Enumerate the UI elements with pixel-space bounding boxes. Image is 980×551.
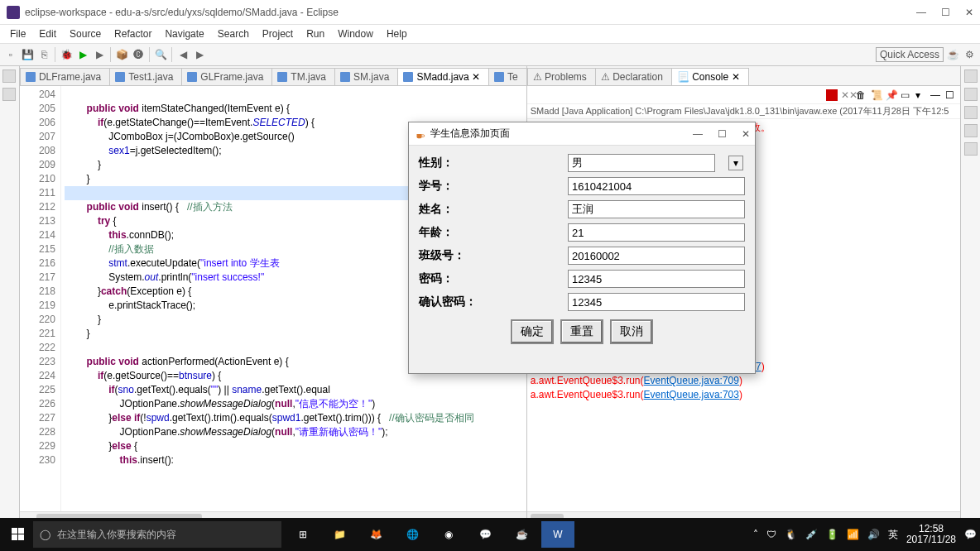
eclipse-icon (7, 6, 20, 19)
menu-run[interactable]: Run (301, 26, 329, 41)
menu-file[interactable]: File (5, 26, 31, 41)
left-trim (0, 66, 20, 525)
gender-select[interactable] (568, 154, 715, 172)
menu-project[interactable]: Project (257, 26, 298, 41)
dialog-title: 学生信息添加页面 (430, 127, 510, 141)
open-type-icon[interactable]: 🔍 (153, 47, 168, 62)
qq-icon[interactable]: 🐧 (785, 529, 797, 540)
debug-icon[interactable]: 🐞 (59, 47, 74, 62)
java-app-icon[interactable]: ☕ (505, 521, 538, 548)
pwd-input[interactable] (568, 270, 745, 288)
java-cup-icon (414, 128, 425, 140)
back-icon[interactable]: ◀ (175, 47, 190, 62)
menu-edit[interactable]: Edit (34, 26, 61, 41)
maximize-button[interactable]: ☐ (941, 7, 950, 18)
pin-icon[interactable]: 📌 (886, 89, 897, 101)
task-view-icon[interactable]: ⊞ (286, 521, 319, 548)
main-toolbar: ▫ 💾 ⎘ 🐞 ▶ ▶ 📦 🅒 🔍 ◀ ▶ Quick Access ☕ ⚙ (0, 43, 980, 66)
menu-navigate[interactable]: Navigate (160, 26, 209, 41)
dialog-titlebar[interactable]: 学生信息添加页面 — ☐ ✕ (409, 122, 755, 146)
volume-icon[interactable]: 🔊 (867, 529, 880, 540)
quick-access[interactable]: Quick Access (876, 47, 944, 62)
name-input[interactable] (568, 200, 745, 218)
editor-tab[interactable]: DLFrame.java (20, 68, 110, 85)
pwd2-input[interactable] (568, 293, 745, 311)
menu-refactor[interactable]: Refactor (109, 26, 156, 41)
browser-icon[interactable]: 🦊 (359, 521, 392, 548)
shield-icon[interactable]: 🛡 (766, 529, 776, 540)
console-tab[interactable]: ⚠ Declaration (595, 68, 672, 85)
menu-bar: File Edit Source Refactor Navigate Searc… (0, 25, 980, 43)
cortana-icon: ◯ (40, 529, 50, 540)
minimize-button[interactable]: — (916, 7, 926, 18)
dialog-minimize-button[interactable]: — (693, 128, 703, 140)
package-explorer-icon[interactable] (2, 69, 16, 83)
student-add-dialog: 学生信息添加页面 — ☐ ✕ 性别： ▾ 学号： 姓名： 年龄： 班级号： 密码… (408, 122, 756, 374)
dialog-close-button[interactable]: ✕ (742, 128, 750, 140)
dropdown-arrow-icon[interactable]: ▾ (728, 156, 743, 170)
word-icon[interactable]: W (541, 521, 574, 548)
navigator-icon[interactable] (2, 88, 16, 101)
menu-search[interactable]: Search (213, 26, 254, 41)
wechat-icon[interactable]: 💬 (468, 521, 502, 548)
menu-window[interactable]: Window (333, 26, 378, 41)
markers-icon[interactable] (964, 124, 978, 137)
editor-tab[interactable]: SM.java (334, 68, 398, 85)
av-icon[interactable]: 💉 (805, 529, 818, 540)
perspective-java-icon[interactable]: ☕ (945, 47, 960, 62)
file-explorer-icon[interactable]: 📁 (323, 521, 356, 548)
editor-tab[interactable]: GLFrame.java (181, 68, 272, 85)
forward-icon[interactable]: ▶ (192, 47, 207, 62)
perspective-debug-icon[interactable]: ⚙ (962, 47, 977, 62)
window-title: eclipse-workspace - edu-a-s/src/edu/yxs/… (25, 7, 916, 18)
console-tab[interactable]: 📃 Console ✕ (671, 68, 749, 85)
coverage-icon[interactable]: ▶ (92, 47, 107, 62)
outline-icon[interactable] (964, 69, 978, 83)
bookmarks-icon[interactable] (964, 106, 978, 119)
new-package-icon[interactable]: 📦 (114, 47, 129, 62)
console-toolbar: ✕✕ 🗑 📜 📌 ▭ ▾ — ☐ (527, 86, 960, 104)
console-tab[interactable]: ⚠ Problems (527, 68, 596, 85)
maximize-view-icon[interactable]: ☐ (945, 89, 957, 101)
dialog-maximize-button[interactable]: ☐ (718, 128, 727, 140)
battery-icon[interactable]: 🔋 (826, 529, 838, 540)
editor-tab[interactable]: SMadd.java ✕ (397, 68, 489, 85)
new-class-icon[interactable]: 🅒 (131, 47, 146, 62)
display-icon[interactable]: ▭ (901, 89, 912, 101)
scroll-lock-icon[interactable]: 📜 (871, 89, 882, 101)
notifications-icon[interactable]: 💬 (964, 529, 977, 540)
tray-chevron-icon[interactable]: ˄ (753, 529, 758, 540)
open-console-icon[interactable]: ▾ (915, 89, 927, 101)
ok-button[interactable]: 确定 (511, 319, 554, 344)
save-icon[interactable]: 💾 (20, 47, 35, 62)
run-icon[interactable]: ▶ (75, 47, 90, 62)
terminate-icon[interactable] (826, 89, 838, 101)
editor-tab[interactable]: TM.java (271, 68, 335, 85)
close-button[interactable]: ✕ (965, 7, 973, 18)
cancel-button[interactable]: 取消 (610, 319, 653, 344)
new-icon[interactable]: ▫ (3, 47, 18, 62)
ime-icon[interactable]: 英 (888, 528, 898, 542)
clear-icon[interactable]: 🗑 (856, 89, 867, 101)
reset-button[interactable]: 重置 (560, 319, 603, 344)
remove-all-icon[interactable]: ✕✕ (841, 89, 853, 101)
menu-source[interactable]: Source (65, 26, 106, 41)
properties-icon[interactable] (964, 142, 978, 156)
taskbar-search[interactable]: ◯ 在这里输入你要搜索的内容 (33, 521, 281, 548)
console-tabs: ⚠ Problems⚠ Declaration📃 Console ✕ (527, 66, 960, 86)
editor-tabs: DLFrame.javaTest1.javaGLFrame.javaTM.jav… (20, 66, 526, 86)
class-input[interactable] (568, 247, 745, 265)
system-tray[interactable]: ˄ 🛡 🐧 💉 🔋 📶 🔊 英 12:58 2017/11/28 💬 (753, 524, 977, 545)
eclipse-task-icon[interactable]: ◉ (432, 521, 465, 548)
editor-tab[interactable]: Te (488, 68, 526, 85)
sno-input[interactable] (568, 177, 745, 195)
menu-help[interactable]: Help (382, 26, 412, 41)
task-list-icon[interactable] (964, 88, 978, 101)
save-all-icon[interactable]: ⎘ (36, 47, 51, 62)
editor-tab[interactable]: Test1.java (109, 68, 182, 85)
age-input[interactable] (568, 223, 745, 242)
start-button[interactable] (3, 521, 33, 548)
minimize-view-icon[interactable]: — (930, 89, 942, 101)
wifi-icon[interactable]: 📶 (847, 529, 859, 540)
chrome-icon[interactable]: 🌐 (396, 521, 429, 548)
